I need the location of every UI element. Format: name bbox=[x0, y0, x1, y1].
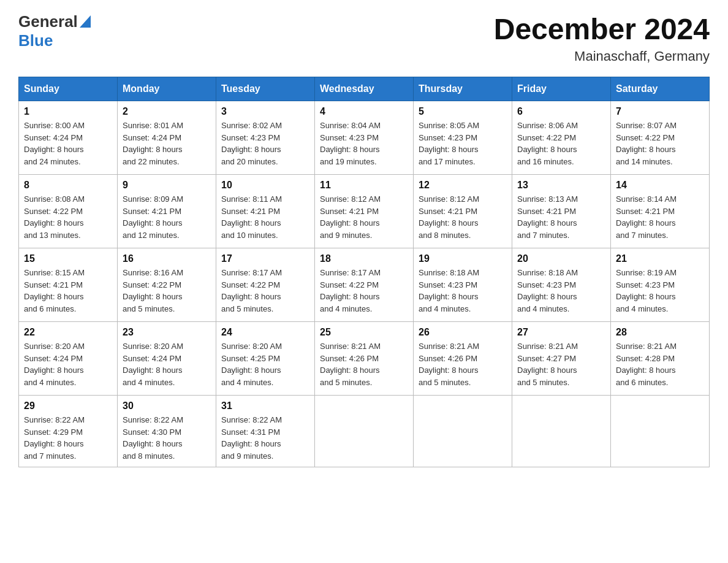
calendar-table: Sunday Monday Tuesday Wednesday Thursday… bbox=[18, 77, 710, 467]
day-number: 7 bbox=[616, 106, 704, 117]
col-saturday: Saturday bbox=[611, 77, 710, 101]
calendar-cell: 28 Sunrise: 8:21 AM Sunset: 4:28 PM Dayl… bbox=[611, 322, 710, 396]
calendar-cell: 31 Sunrise: 8:22 AM Sunset: 4:31 PM Dayl… bbox=[216, 396, 315, 467]
day-number: 18 bbox=[320, 253, 408, 264]
month-title: December 2024 bbox=[494, 12, 710, 46]
calendar-cell: 9 Sunrise: 8:09 AM Sunset: 4:21 PM Dayli… bbox=[118, 175, 216, 248]
day-number: 25 bbox=[320, 327, 408, 338]
day-info: Sunrise: 8:02 AM Sunset: 4:23 PM Dayligh… bbox=[221, 120, 309, 167]
calendar-row-1: 1 Sunrise: 8:00 AM Sunset: 4:24 PM Dayli… bbox=[19, 101, 710, 175]
location-label: Mainaschaff, Germany bbox=[494, 48, 710, 64]
calendar-cell: 23 Sunrise: 8:20 AM Sunset: 4:24 PM Dayl… bbox=[118, 322, 216, 396]
day-number: 31 bbox=[221, 400, 309, 412]
calendar-cell: 16 Sunrise: 8:16 AM Sunset: 4:22 PM Dayl… bbox=[118, 248, 216, 322]
col-thursday: Thursday bbox=[414, 77, 512, 101]
day-number: 15 bbox=[24, 253, 112, 264]
calendar-cell bbox=[315, 396, 414, 467]
day-info: Sunrise: 8:04 AM Sunset: 4:23 PM Dayligh… bbox=[320, 120, 408, 167]
calendar-cell: 19 Sunrise: 8:18 AM Sunset: 4:23 PM Dayl… bbox=[414, 248, 512, 322]
day-number: 9 bbox=[123, 180, 211, 191]
calendar-row-5: 29 Sunrise: 8:22 AM Sunset: 4:29 PM Dayl… bbox=[19, 396, 710, 467]
col-tuesday: Tuesday bbox=[216, 77, 315, 101]
day-number: 8 bbox=[24, 180, 112, 191]
day-info: Sunrise: 8:17 AM Sunset: 4:22 PM Dayligh… bbox=[221, 267, 309, 315]
calendar-cell: 11 Sunrise: 8:12 AM Sunset: 4:21 PM Dayl… bbox=[315, 175, 414, 248]
day-info: Sunrise: 8:20 AM Sunset: 4:24 PM Dayligh… bbox=[123, 340, 211, 388]
calendar-cell: 26 Sunrise: 8:21 AM Sunset: 4:26 PM Dayl… bbox=[414, 322, 512, 396]
calendar-cell: 21 Sunrise: 8:19 AM Sunset: 4:23 PM Dayl… bbox=[611, 248, 710, 322]
calendar-row-4: 22 Sunrise: 8:20 AM Sunset: 4:24 PM Dayl… bbox=[19, 322, 710, 396]
day-info: Sunrise: 8:15 AM Sunset: 4:21 PM Dayligh… bbox=[24, 267, 112, 315]
day-number: 22 bbox=[24, 327, 112, 338]
calendar-cell: 29 Sunrise: 8:22 AM Sunset: 4:29 PM Dayl… bbox=[19, 396, 118, 467]
day-info: Sunrise: 8:01 AM Sunset: 4:24 PM Dayligh… bbox=[123, 120, 211, 167]
day-number: 23 bbox=[123, 327, 211, 338]
day-number: 27 bbox=[517, 327, 605, 338]
day-info: Sunrise: 8:12 AM Sunset: 4:21 PM Dayligh… bbox=[419, 193, 507, 241]
calendar-cell: 18 Sunrise: 8:17 AM Sunset: 4:22 PM Dayl… bbox=[315, 248, 414, 322]
logo: General Blue bbox=[18, 12, 91, 50]
title-section: December 2024 Mainaschaff, Germany bbox=[494, 12, 710, 64]
calendar-cell: 2 Sunrise: 8:01 AM Sunset: 4:24 PM Dayli… bbox=[118, 101, 216, 175]
day-number: 14 bbox=[616, 180, 704, 191]
calendar-cell: 20 Sunrise: 8:18 AM Sunset: 4:23 PM Dayl… bbox=[512, 248, 611, 322]
day-info: Sunrise: 8:18 AM Sunset: 4:23 PM Dayligh… bbox=[419, 267, 507, 315]
calendar-cell: 4 Sunrise: 8:04 AM Sunset: 4:23 PM Dayli… bbox=[315, 101, 414, 175]
col-sunday: Sunday bbox=[19, 77, 118, 101]
day-number: 17 bbox=[221, 253, 309, 264]
day-info: Sunrise: 8:00 AM Sunset: 4:24 PM Dayligh… bbox=[24, 120, 112, 167]
calendar-cell: 3 Sunrise: 8:02 AM Sunset: 4:23 PM Dayli… bbox=[216, 101, 315, 175]
day-number: 16 bbox=[123, 253, 211, 264]
day-number: 26 bbox=[419, 327, 507, 338]
calendar-cell: 30 Sunrise: 8:22 AM Sunset: 4:30 PM Dayl… bbox=[118, 396, 216, 467]
day-info: Sunrise: 8:07 AM Sunset: 4:22 PM Dayligh… bbox=[616, 120, 704, 167]
calendar-cell: 22 Sunrise: 8:20 AM Sunset: 4:24 PM Dayl… bbox=[19, 322, 118, 396]
day-info: Sunrise: 8:20 AM Sunset: 4:24 PM Dayligh… bbox=[24, 340, 112, 388]
calendar-cell: 7 Sunrise: 8:07 AM Sunset: 4:22 PM Dayli… bbox=[611, 101, 710, 175]
col-wednesday: Wednesday bbox=[315, 77, 414, 101]
day-number: 19 bbox=[419, 253, 507, 264]
col-friday: Friday bbox=[512, 77, 611, 101]
day-info: Sunrise: 8:21 AM Sunset: 4:28 PM Dayligh… bbox=[616, 340, 704, 388]
calendar-cell: 6 Sunrise: 8:06 AM Sunset: 4:22 PM Dayli… bbox=[512, 101, 611, 175]
day-info: Sunrise: 8:18 AM Sunset: 4:23 PM Dayligh… bbox=[517, 267, 605, 315]
day-number: 30 bbox=[123, 400, 211, 412]
svg-marker-0 bbox=[80, 15, 91, 28]
day-number: 24 bbox=[221, 327, 309, 338]
logo-general-text: General bbox=[18, 12, 78, 31]
day-info: Sunrise: 8:06 AM Sunset: 4:22 PM Dayligh… bbox=[517, 120, 605, 167]
day-info: Sunrise: 8:20 AM Sunset: 4:25 PM Dayligh… bbox=[221, 340, 309, 388]
calendar-row-2: 8 Sunrise: 8:08 AM Sunset: 4:22 PM Dayli… bbox=[19, 175, 710, 248]
day-number: 21 bbox=[616, 253, 704, 264]
day-number: 12 bbox=[419, 180, 507, 191]
day-info: Sunrise: 8:19 AM Sunset: 4:23 PM Dayligh… bbox=[616, 267, 704, 315]
calendar-cell: 5 Sunrise: 8:05 AM Sunset: 4:23 PM Dayli… bbox=[414, 101, 512, 175]
day-number: 2 bbox=[123, 106, 211, 117]
day-number: 10 bbox=[221, 180, 309, 191]
day-info: Sunrise: 8:22 AM Sunset: 4:31 PM Dayligh… bbox=[221, 414, 309, 462]
day-number: 13 bbox=[517, 180, 605, 191]
day-info: Sunrise: 8:22 AM Sunset: 4:29 PM Dayligh… bbox=[24, 414, 112, 462]
day-info: Sunrise: 8:21 AM Sunset: 4:27 PM Dayligh… bbox=[517, 340, 605, 388]
calendar-cell bbox=[512, 396, 611, 467]
day-number: 3 bbox=[221, 106, 309, 117]
day-number: 28 bbox=[616, 327, 704, 338]
calendar-header-row: Sunday Monday Tuesday Wednesday Thursday… bbox=[19, 77, 710, 101]
calendar-cell: 8 Sunrise: 8:08 AM Sunset: 4:22 PM Dayli… bbox=[19, 175, 118, 248]
day-info: Sunrise: 8:08 AM Sunset: 4:22 PM Dayligh… bbox=[24, 193, 112, 241]
calendar-cell: 25 Sunrise: 8:21 AM Sunset: 4:26 PM Dayl… bbox=[315, 322, 414, 396]
calendar-cell: 12 Sunrise: 8:12 AM Sunset: 4:21 PM Dayl… bbox=[414, 175, 512, 248]
day-number: 11 bbox=[320, 180, 408, 191]
day-number: 1 bbox=[24, 106, 112, 117]
day-number: 5 bbox=[419, 106, 507, 117]
day-number: 29 bbox=[24, 400, 112, 412]
day-info: Sunrise: 8:11 AM Sunset: 4:21 PM Dayligh… bbox=[221, 193, 309, 241]
day-info: Sunrise: 8:21 AM Sunset: 4:26 PM Dayligh… bbox=[320, 340, 408, 388]
calendar-cell: 17 Sunrise: 8:17 AM Sunset: 4:22 PM Dayl… bbox=[216, 248, 315, 322]
page-header: General Blue December 2024 Mainaschaff, … bbox=[18, 12, 710, 64]
day-info: Sunrise: 8:21 AM Sunset: 4:26 PM Dayligh… bbox=[419, 340, 507, 388]
day-info: Sunrise: 8:17 AM Sunset: 4:22 PM Dayligh… bbox=[320, 267, 408, 315]
day-info: Sunrise: 8:14 AM Sunset: 4:21 PM Dayligh… bbox=[616, 193, 704, 241]
day-info: Sunrise: 8:12 AM Sunset: 4:21 PM Dayligh… bbox=[320, 193, 408, 241]
calendar-cell: 24 Sunrise: 8:20 AM Sunset: 4:25 PM Dayl… bbox=[216, 322, 315, 396]
